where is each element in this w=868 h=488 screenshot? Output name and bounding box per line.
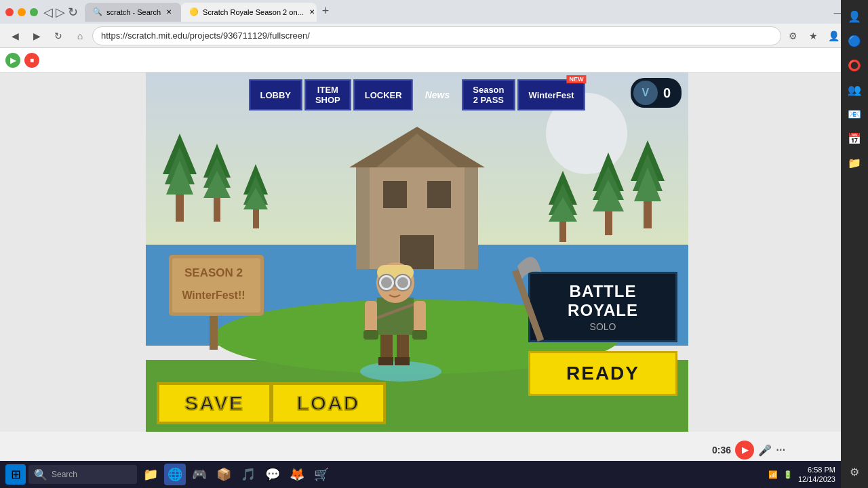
tab-close-1[interactable]: ✕	[165, 7, 173, 17]
timer-more-btn[interactable]: ⋯	[776, 445, 785, 455]
svg-point-50	[381, 277, 392, 288]
window-forward-icon[interactable]: ▷	[56, 5, 65, 20]
sidebar-icon-settings[interactable]: ⚙	[844, 461, 865, 483]
start-button[interactable]: ⊞	[5, 464, 26, 485]
taskbar-app-6[interactable]: 🦊	[286, 464, 308, 485]
svg-rect-12	[644, 201, 652, 228]
battle-royale-sub: SOLO	[544, 321, 662, 332]
game-canvas: SEASON 2 WinterFest!!	[146, 73, 688, 432]
profile-btn[interactable]: 👤	[825, 27, 842, 45]
taskbar-app-3[interactable]: 📦	[213, 464, 235, 485]
news-btn[interactable]: News	[416, 79, 460, 110]
tree-right-1	[627, 134, 668, 228]
taskbar-app-file[interactable]: 📁	[140, 464, 161, 485]
svg-rect-39	[395, 357, 410, 365]
tree-left-2	[200, 140, 234, 222]
tree-right-3	[546, 167, 580, 242]
svg-rect-16	[605, 211, 612, 235]
battle-royale-title: BATTLE ROYALE	[544, 282, 662, 320]
window-back-icon[interactable]: ◁	[43, 5, 53, 20]
lobby-btn[interactable]: LOBBY	[249, 79, 302, 110]
vbucks-amount: 0	[663, 85, 671, 101]
item-shop-btn[interactable]: ITEM SHOP	[304, 79, 351, 110]
taskbar-search-text: Search	[52, 470, 77, 479]
ready-btn[interactable]: READY	[528, 351, 677, 396]
browser-tab-1[interactable]: 🔍 scratch - Search ✕	[85, 3, 181, 22]
reload-btn[interactable]: ↻	[49, 26, 68, 45]
right-sidebar: 👤 🔵 ⭕ 👥 📧 📅 📁 ⚙	[841, 0, 868, 488]
bookmark-btn[interactable]: ★	[804, 27, 822, 45]
svg-rect-28	[383, 181, 407, 208]
svg-rect-29	[427, 181, 451, 208]
game-canvas-wrapper: SEASON 2 WinterFest!!	[0, 73, 868, 432]
sidebar-icon-2[interactable]: 🔵	[844, 30, 865, 52]
sidebar-icon-4[interactable]: 👥	[844, 79, 865, 100]
tree-right-2	[590, 147, 627, 235]
tree-left-1	[159, 127, 200, 222]
load-label: LOAD	[290, 392, 367, 415]
svg-point-52	[392, 287, 397, 291]
battery-icon: 🔋	[783, 470, 793, 479]
winterfest-btn[interactable]: WinterFest NEW	[518, 79, 585, 110]
tree-left-3	[241, 161, 271, 228]
taskbar-app-chrome[interactable]: 🌐	[164, 464, 186, 485]
season2-btn[interactable]: Season 2 PASS	[462, 79, 515, 110]
title-bar: ◁ ▷ ↻ 🔍 scratch - Search ✕ 🟡 Scratch Roy…	[0, 0, 868, 24]
green-flag-btn[interactable]: ▶	[5, 53, 20, 68]
save-btn[interactable]: SAVE	[157, 382, 272, 424]
vbucks-display[interactable]: V 0	[631, 78, 682, 108]
svg-rect-42	[365, 301, 377, 335]
sidebar-icon-1[interactable]: 👤	[844, 5, 865, 27]
svg-rect-4	[214, 198, 220, 222]
taskbar: ⊞ 🔍 Search 📁 🌐 🎮 📦 🎵 💬 🦊 🛒 📶 🔋 6:58 PM 1…	[0, 461, 841, 488]
scratch-controls-bar: ▶ ■ ⛶	[0, 48, 868, 73]
timer-value: 0:36	[712, 445, 731, 455]
svg-rect-44	[363, 330, 378, 340]
clock: 6:58 PM 12/14/2023	[798, 465, 835, 485]
load-btn[interactable]: LOAD	[271, 382, 386, 424]
taskbar-app-7[interactable]: 🛒	[311, 464, 332, 485]
taskbar-search[interactable]: 🔍 Search	[28, 465, 137, 484]
svg-text:SEASON 2: SEASON 2	[184, 266, 243, 279]
locker-btn[interactable]: LOCKER	[354, 79, 413, 110]
back-btn[interactable]: ◀	[5, 26, 24, 45]
system-tray: 📶 🔋 6:58 PM 12/14/2023	[768, 465, 835, 485]
stop-btn[interactable]: ■	[24, 53, 39, 68]
save-label: SAVE	[176, 392, 253, 415]
svg-rect-20	[559, 222, 566, 242]
svg-point-51	[397, 277, 408, 288]
svg-rect-43	[414, 301, 426, 335]
timer-play-btn[interactable]: ▶	[735, 441, 754, 460]
wifi-icon: 📶	[768, 470, 778, 479]
new-tab-btn[interactable]: +	[317, 3, 334, 20]
svg-rect-8	[253, 209, 259, 228]
sidebar-icon-5[interactable]: 📧	[844, 103, 865, 125]
taskbar-app-5[interactable]: 💬	[262, 464, 283, 485]
nav-bar: ◀ ▶ ↻ ⌂ https://scratch.mit.edu/projects…	[0, 24, 868, 48]
forward-btn[interactable]: ▶	[27, 26, 46, 45]
ready-label: READY	[544, 363, 662, 384]
address-bar[interactable]: https://scratch.mit.edu/projects/9367111…	[92, 26, 781, 45]
svg-rect-53	[512, 270, 544, 342]
svg-rect-38	[378, 357, 393, 365]
tab-close-2[interactable]: ✕	[308, 7, 316, 17]
svg-text:WinterFest!!: WinterFest!!	[182, 289, 245, 301]
svg-rect-0	[176, 195, 184, 222]
home-btn[interactable]: ⌂	[71, 26, 90, 45]
timer-display: 0:36 ▶ 🎤 ⋯	[712, 441, 785, 460]
game-nav: LOBBY ITEM SHOP LOCKER News Season 2 PAS…	[249, 79, 585, 110]
window-refresh-icon[interactable]: ↻	[68, 5, 78, 20]
sidebar-icon-7[interactable]: 📁	[844, 152, 865, 174]
player-character	[358, 230, 433, 382]
sidebar-icon-6[interactable]: 📅	[844, 127, 865, 149]
svg-rect-45	[412, 330, 427, 340]
browser-tab-2[interactable]: 🟡 Scratch Royale Season 2 on... ✕	[181, 3, 317, 22]
taskbar-search-icon: 🔍	[34, 468, 47, 481]
timer-mic-icon[interactable]: 🎤	[758, 444, 772, 457]
vbucks-icon: V	[633, 81, 658, 105]
sidebar-icon-3[interactable]: ⭕	[844, 54, 865, 76]
taskbar-app-4[interactable]: 🎵	[237, 464, 259, 485]
taskbar-app-2[interactable]: 🎮	[189, 464, 210, 485]
sign-container: SEASON 2 WinterFest!!	[162, 241, 271, 352]
extensions-btn[interactable]: ⚙	[784, 27, 802, 45]
